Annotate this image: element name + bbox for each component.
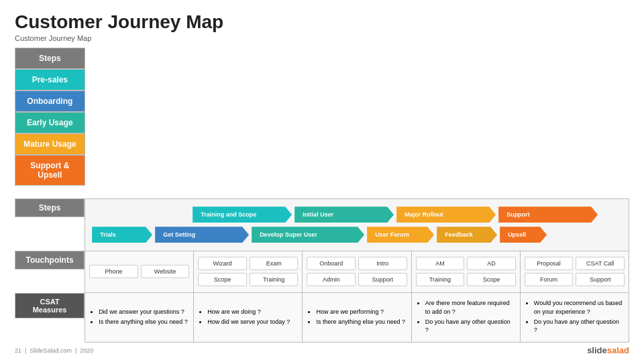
col-matureusage: Mature Usage bbox=[15, 133, 85, 155]
footer-brand-accent: salad bbox=[607, 345, 629, 355]
tp-onboarding: Wizard Exam Scope Training bbox=[194, 251, 303, 292]
footer-year: 2020 bbox=[80, 347, 93, 354]
tp-scope2: Scope bbox=[467, 273, 516, 286]
page-title: Customer Journey Map bbox=[15, 12, 629, 33]
header-row: Steps Pre-sales Onboarding Early Usage M… bbox=[15, 48, 629, 199]
steps-label: Steps bbox=[15, 198, 85, 217]
csat-onboarding-item1: How are we doing ? bbox=[207, 308, 297, 316]
csat-support-item1: Would you recommend us based on your exp… bbox=[534, 299, 623, 316]
csat-support-list: Would you recommend us based on your exp… bbox=[526, 299, 623, 334]
steps-row2: Trials Get Setting Develop Super User bbox=[92, 227, 622, 243]
tp-am: AM bbox=[416, 257, 465, 270]
csat-matureusage-item1: Are there more feature required to add o… bbox=[425, 299, 515, 316]
step-get-setting: Get Setting bbox=[155, 227, 249, 243]
journey-map-table: Steps Pre-sales Onboarding Early Usage M… bbox=[15, 48, 629, 343]
tp-earlyusage-grid: Onboard Intro Admin Support bbox=[307, 257, 407, 286]
tp-onboarding-grid: Wizard Exam Scope Training bbox=[198, 257, 298, 286]
step-training-scope: Training and Scope bbox=[193, 206, 292, 223]
slide: Customer Journey Map Customer Journey Ma… bbox=[0, 0, 644, 362]
tp-website: Website bbox=[141, 265, 190, 278]
touchpoints-row: Touchpoints Phone Website Wizard Exam Sc… bbox=[15, 251, 629, 292]
touchpoints-label: Touchpoints bbox=[15, 251, 85, 269]
csat-presales-item2: Is there anything else you need ? bbox=[99, 318, 188, 326]
footer-brand: slidesalad bbox=[587, 345, 629, 355]
csat-earlyusage-item2: Is there anything else you need ? bbox=[316, 318, 405, 326]
step-user-forum: User Forum bbox=[367, 227, 434, 243]
tp-training: Training bbox=[250, 273, 299, 286]
tp-exam: Exam bbox=[250, 257, 299, 270]
footer-site: SlideSalad.com bbox=[30, 347, 72, 354]
tp-training2: Training bbox=[416, 273, 465, 286]
step-support: Support bbox=[498, 206, 598, 223]
step-trials: Trials bbox=[92, 227, 152, 243]
csat-row: CSAT Measures Did we answer your questio… bbox=[15, 293, 629, 343]
tp-phone: Phone bbox=[89, 265, 138, 278]
col-onboarding: Onboarding bbox=[15, 90, 85, 112]
tp-presales-grid: Phone Website bbox=[89, 265, 189, 278]
col-earlyusage: Early Usage bbox=[15, 112, 85, 133]
csat-support-item2: Do you have any other question ? bbox=[534, 318, 623, 335]
tp-wizard: Wizard bbox=[198, 257, 247, 270]
tp-support: Proposal CSAT Call Forum Support bbox=[520, 251, 629, 292]
tp-matureusage: AM AD Training Scope bbox=[411, 251, 520, 292]
csat-matureusage-item2: Do you have any other question ? bbox=[425, 318, 515, 335]
tp-admin: Admin bbox=[307, 273, 356, 286]
step-develop-super-user: Develop Super User bbox=[252, 227, 364, 243]
steps-row: Steps Training and Scope Initial User bbox=[15, 198, 629, 251]
csat-onboarding-list: How are we doing ? How did we serve your… bbox=[199, 308, 297, 326]
steps-row1: Training and Scope Initial User Major Ro… bbox=[92, 206, 622, 223]
col-stages: Steps bbox=[15, 48, 85, 69]
steps-content: Training and Scope Initial User Major Ro… bbox=[85, 198, 629, 251]
tp-onboard: Onboard bbox=[307, 257, 356, 270]
tp-forum: Forum bbox=[525, 273, 574, 286]
csat-earlyusage: How are we performing ? Is there anythin… bbox=[303, 293, 411, 343]
tp-intro: Intro bbox=[358, 257, 407, 270]
tp-scope: Scope bbox=[198, 273, 247, 286]
tp-presales: Phone Website bbox=[85, 251, 194, 292]
footer-page: 21 bbox=[15, 347, 21, 354]
csat-earlyusage-item1: How are we performing ? bbox=[316, 308, 405, 316]
step-major-rollout: Major Rollout bbox=[396, 206, 496, 223]
col-presales: Pre-sales bbox=[15, 69, 85, 90]
csat-label: CSAT Measures bbox=[15, 293, 85, 318]
tp-ad: AD bbox=[467, 257, 516, 270]
csat-earlyusage-list: How are we performing ? Is there anythin… bbox=[308, 308, 405, 326]
csat-onboarding: How are we doing ? How did we serve your… bbox=[194, 293, 303, 343]
footer-left: 21 | SlideSalad.com | 2020 bbox=[15, 347, 93, 354]
col-support: Support & Upsell bbox=[15, 155, 85, 186]
footer: 21 | SlideSalad.com | 2020 slidesalad bbox=[15, 343, 629, 355]
step-initial-user: Initial User bbox=[294, 206, 394, 223]
csat-matureusage: Are there more feature required to add o… bbox=[411, 293, 520, 343]
tp-earlyusage: Onboard Intro Admin Support bbox=[303, 251, 411, 292]
tp-proposal: Proposal bbox=[525, 257, 574, 270]
tp-support-grid: Proposal CSAT Call Forum Support bbox=[525, 257, 625, 286]
tp-csat-call: CSAT Call bbox=[576, 257, 625, 270]
page-subtitle: Customer Journey Map bbox=[15, 34, 629, 42]
csat-presales: Did we answer your questions ? Is there … bbox=[85, 293, 194, 343]
csat-matureusage-list: Are there more feature required to add o… bbox=[417, 299, 515, 334]
csat-presales-item1: Did we answer your questions ? bbox=[99, 308, 188, 316]
tp-matureusage-grid: AM AD Training Scope bbox=[416, 257, 516, 286]
csat-support: Would you recommend us based on your exp… bbox=[520, 293, 629, 343]
tp-support2: Support bbox=[576, 273, 625, 286]
csat-presales-list: Did we answer your questions ? Is there … bbox=[91, 308, 188, 326]
step-feedback: Feedback bbox=[437, 227, 497, 243]
csat-onboarding-item2: How did we serve your today ? bbox=[207, 318, 297, 326]
tp-support: Support bbox=[358, 273, 407, 286]
journey-table: Steps Pre-sales Onboarding Early Usage M… bbox=[15, 48, 629, 343]
step-upsell: Upsell bbox=[500, 227, 547, 243]
